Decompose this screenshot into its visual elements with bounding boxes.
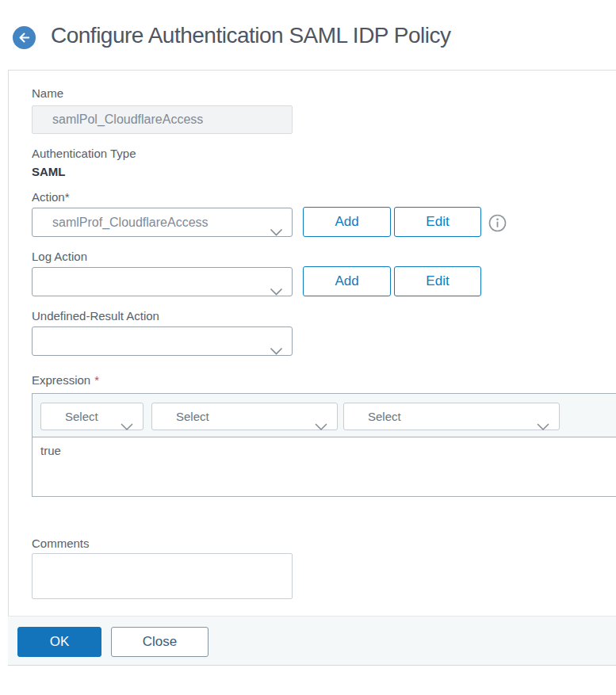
expression-label-text: Expression [32,373,90,387]
configure-saml-idp-policy-page: Configure Authentication SAML IDP Policy… [0,0,616,695]
expression-select-placeholder: Select [368,410,401,423]
chevron-down-icon [270,338,283,356]
chevron-down-icon [270,219,283,237]
expression-operand-select-1[interactable]: Select [40,403,143,430]
chevron-down-icon [315,414,327,440]
expression-operand-select-3[interactable]: Select [343,403,560,430]
required-asterisk: * [94,373,99,387]
expression-editor: Select Select Select true [32,393,616,497]
close-button[interactable]: Close [111,627,209,657]
footer-bar: OK Close [8,616,616,666]
action-label: Action* [32,190,70,204]
action-dropdown[interactable]: samlProf_CloudflareAccess [32,208,293,237]
log-action-dropdown[interactable] [32,267,293,296]
expression-label: Expression* [32,373,99,387]
expression-toolbar: Select Select Select [33,394,616,437]
expression-input[interactable]: true [33,437,616,496]
comments-label: Comments [32,537,90,550]
undefined-result-action-dropdown[interactable] [32,326,293,356]
action-dropdown-value: samlProf_CloudflareAccess [52,216,209,229]
log-action-edit-button[interactable]: Edit [394,266,481,296]
auth-type-label: Authentication Type [32,147,136,160]
auth-type-value: SAML [32,165,66,178]
back-arrow-icon [17,31,31,44]
action-edit-button[interactable]: Edit [394,207,481,237]
comments-input[interactable] [32,553,293,599]
undefined-result-action-label: Undefined-Result Action [32,309,159,323]
ok-button[interactable]: OK [17,627,101,657]
name-label: Name [32,86,63,100]
expression-select-placeholder: Select [176,410,209,423]
page-title: Configure Authentication SAML IDP Policy [51,23,451,48]
chevron-down-icon [537,414,549,440]
chevron-down-icon [270,278,283,296]
action-add-button[interactable]: Add [303,207,391,237]
name-field: samlPol_CloudflareAccess [32,105,293,134]
log-action-label: Log Action [32,250,87,263]
chevron-down-icon [121,414,133,440]
log-action-add-button[interactable]: Add [303,266,391,296]
expression-operand-select-2[interactable]: Select [151,403,338,430]
expression-select-placeholder: Select [65,410,98,423]
info-icon[interactable] [488,214,507,232]
back-button[interactable] [13,26,36,49]
